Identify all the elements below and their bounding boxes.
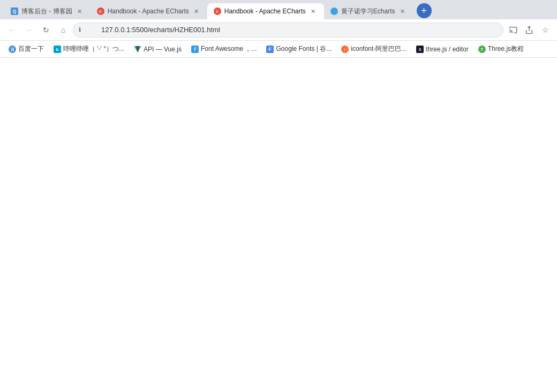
bookmark-favicon-baidu: 百 [9, 46, 16, 53]
address-bar-wrap: ℹ 127.0.0.1:5500/echarts/HZHE001.html [73, 22, 503, 37]
bookmark-favicon-threejs: 3 [416, 46, 424, 53]
svg-text:F: F [269, 47, 272, 52]
bookmark-label-fontawesome: Font Awesome ，... [201, 44, 257, 54]
tab-close-echarts3[interactable]: ✕ [309, 7, 318, 16]
tab-close-cnblogs[interactable]: ✕ [76, 7, 84, 16]
tab-title-cnblogs: 博客后台 - 博客园 [21, 7, 72, 16]
page-content [0, 58, 557, 392]
tab-hzhe[interactable]: 🌐 黄子诺学习Echarts ✕ [324, 3, 413, 19]
bookmark-favicon-iconfont: i [341, 46, 349, 53]
bookmark-label-googlefonts: Google Fonts | 谷... [276, 44, 332, 54]
bookmark-threejs-edu[interactable]: T Three.js教程 [474, 42, 528, 56]
bookmark-favicon-threejs-edu: T [478, 46, 486, 53]
bookmark-label-iconfont: iconfont-阿里巴巴... [351, 44, 407, 54]
svg-text:3: 3 [419, 47, 421, 52]
forward-button[interactable]: → [21, 22, 36, 37]
bookmark-favicon-bilibili: b [54, 46, 61, 53]
title-bar: Q 博客后台 - 博客园 ✕ E Handbook - Apache EChar… [0, 0, 557, 19]
bookmark-favicon-vuejs [134, 46, 141, 53]
bookmark-favicon-googlefonts: F [266, 46, 274, 53]
bookmark-label-threejs-edu: Three.js教程 [488, 44, 524, 54]
new-tab-button[interactable]: + [417, 3, 432, 18]
tab-favicon-cnblogs: Q [11, 7, 18, 15]
bookmark-favicon-fontawesome: f [191, 46, 199, 53]
tab-favicon-echarts2: E [97, 7, 104, 15]
tab-close-hzhe[interactable]: ✕ [398, 7, 407, 16]
address-text: 127.0.0.1:5500/echarts/HZHE001.html [91, 26, 220, 34]
svg-text:T: T [481, 48, 484, 51]
svg-text:百: 百 [11, 48, 15, 51]
bookmark-label-bilibili: 哔哩哔哩（ '-' °）つ... [63, 44, 124, 54]
bookmark-star-button[interactable]: ☆ [538, 22, 553, 37]
cast-button[interactable] [506, 22, 521, 37]
bookmark-baidu[interactable]: 百 百度一下 [4, 42, 48, 56]
bookmark-threejs[interactable]: 3 three.js / editor [412, 43, 472, 55]
refresh-button[interactable]: ↻ [39, 22, 54, 37]
tab-title-echarts3: Handbook - Apache ECharts [224, 7, 306, 15]
tab-title-echarts2: Handbook - Apache ECharts [108, 7, 189, 15]
tab-favicon-echarts3: E [214, 7, 221, 15]
tab-echarts3[interactable]: E Handbook - Apache ECharts ✕ [207, 3, 324, 19]
svg-text:b: b [56, 47, 59, 52]
bookmarks-bar: 百 百度一下 b 哔哩哔哩（ '-' °）つ... API — Vue.js [0, 41, 557, 58]
home-button[interactable]: ⌂ [56, 22, 71, 37]
share-button[interactable] [522, 22, 537, 37]
bookmark-label-vuejs: API — Vue.js [144, 46, 182, 53]
bookmark-bilibili[interactable]: b 哔哩哔哩（ '-' °）つ... [49, 42, 129, 56]
address-bar[interactable]: ℹ 127.0.0.1:5500/echarts/HZHE001.html [73, 22, 503, 37]
bookmark-googlefonts[interactable]: F Google Fonts | 谷... [262, 42, 336, 56]
lock-icon: ℹ [79, 26, 81, 33]
tab-cnblogs[interactable]: Q 博客后台 - 博客园 ✕ [4, 3, 91, 19]
nav-right-buttons: ☆ [506, 22, 553, 37]
bookmark-vuejs[interactable]: API — Vue.js [130, 43, 186, 55]
svg-text:i: i [344, 48, 345, 51]
bookmark-label-baidu: 百度一下 [18, 44, 44, 54]
nav-bar: ← → ↻ ⌂ ℹ 127.0.0.1:5500/echarts/HZHE001… [0, 19, 557, 41]
bookmark-fontawesome[interactable]: f Font Awesome ，... [187, 42, 261, 56]
bookmark-iconfont[interactable]: i iconfont-阿里巴巴... [337, 42, 411, 56]
back-button[interactable]: ← [4, 22, 19, 37]
bookmark-label-threejs: three.js / editor [426, 46, 468, 53]
tab-close-echarts2[interactable]: ✕ [192, 7, 201, 16]
tab-echarts2[interactable]: E Handbook - Apache ECharts ✕ [91, 3, 207, 19]
tab-title-hzhe: 黄子诺学习Echarts [341, 7, 395, 16]
tab-favicon-hzhe: 🌐 [330, 7, 338, 15]
